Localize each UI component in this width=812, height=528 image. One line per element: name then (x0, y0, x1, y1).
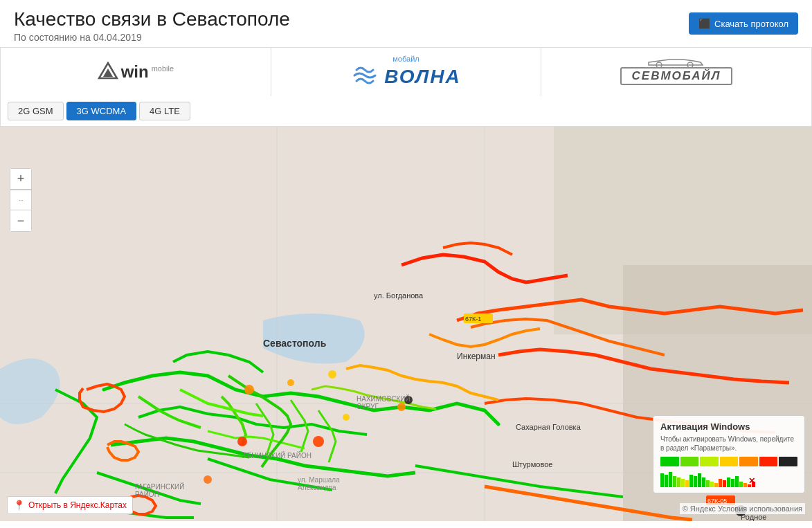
network-tabs: 2G GSM 3G WCDMA 4G LTE (0, 96, 812, 127)
volna-logo: мобайл ВОЛНА (351, 55, 461, 89)
svg-point-15 (244, 385, 254, 394)
download-button[interactable]: ⬛ Скачать протокол (689, 12, 798, 35)
download-icon: ⬛ (698, 18, 710, 29)
svg-point-18 (313, 436, 324, 447)
svg-text:СЕВМОБАЙЛ: СЕВМОБАЙЛ (632, 69, 721, 82)
page-subtitle: По состоянию на 04.04.2019 (14, 32, 798, 43)
svg-point-14 (287, 379, 294, 386)
operator-tab-win[interactable]: win mobile (1, 48, 271, 96)
map-controls: + ··· − (10, 168, 32, 232)
operator-tab-sevmobail[interactable]: СЕВМОБАЙЛ (541, 48, 811, 96)
legend-box: Активация Windows Чтобы активировать Win… (653, 415, 805, 493)
svg-point-28 (404, 396, 413, 404)
tab-2g-gsm[interactable]: 2G GSM (8, 102, 64, 120)
map-container[interactable]: 67К-1 67К-1 67К-05 Севастополь Инкерман … (0, 127, 812, 521)
win-logo-icon (98, 62, 118, 82)
legend-color-no-signal (779, 457, 797, 466)
svg-point-13 (328, 370, 336, 379)
legend-title: Активация Windows (660, 421, 797, 432)
legend-color-fair (700, 457, 719, 466)
svg-point-16 (343, 414, 350, 421)
tab-3g-wcdma[interactable]: 3G WCDMA (66, 102, 137, 120)
legend-color-average (720, 457, 739, 466)
legend-subtitle: Чтобы активировать Windows, перейдите в … (660, 435, 797, 453)
location-pin-icon: 📍 (13, 500, 25, 511)
volna-waves-icon (351, 64, 379, 89)
operator-tab-volna[interactable]: мобайл ВОЛНА (271, 48, 542, 96)
yandex-copyright: © Яндекс Условия использования (680, 503, 805, 514)
operators-bar: win mobile мобайл ВОЛНА (0, 47, 812, 96)
map-mode-button[interactable]: ··· (10, 190, 31, 210)
tab-4g-lte[interactable]: 4G LTE (139, 102, 190, 120)
svg-point-20 (204, 475, 212, 484)
svg-point-19 (237, 437, 247, 446)
legend-color-excellent (660, 457, 679, 466)
legend-histogram: ✕ (660, 471, 797, 487)
sevmobail-logo: СЕВМОБАЙЛ (607, 55, 746, 89)
legend-color-poor (739, 457, 758, 466)
zoom-in-button[interactable]: + (10, 169, 31, 190)
open-yandex-maps-button[interactable]: 📍 Открыть в Яндекс.Картах (7, 496, 133, 514)
svg-text:67К-1: 67К-1 (465, 316, 481, 322)
legend-color-scale (660, 457, 797, 466)
legend-color-bad (759, 457, 778, 466)
sevmobail-logo-icon: СЕВМОБАЙЛ (607, 55, 746, 86)
zoom-out-button[interactable]: − (10, 210, 31, 231)
svg-point-17 (397, 403, 406, 411)
win-mobile-logo: win mobile (98, 62, 174, 82)
page-title: Качество связи в Севастополе (14, 8, 798, 30)
legend-color-good (680, 457, 699, 466)
